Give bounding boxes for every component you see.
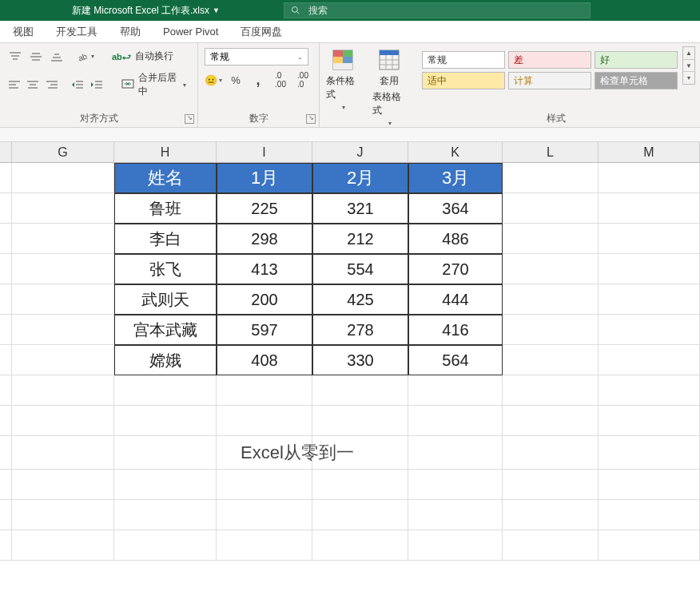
cell[interactable] — [217, 500, 312, 530]
cell[interactable] — [599, 254, 700, 284]
style-neutral[interactable]: 适中 — [422, 72, 505, 89]
style-calculation[interactable]: 计算 — [508, 72, 591, 89]
accounting-format-button[interactable]: 😐▾ — [205, 72, 222, 88]
cell[interactable]: 444 — [408, 284, 503, 315]
styles-scroll-down-icon[interactable]: ▼ — [683, 60, 694, 73]
cell[interactable] — [12, 436, 114, 470]
cell[interactable] — [599, 284, 700, 315]
cell-header-name[interactable]: 姓名 — [114, 163, 217, 193]
cell[interactable] — [0, 436, 12, 470]
cell[interactable] — [599, 436, 700, 470]
cell[interactable] — [114, 375, 217, 406]
cell[interactable] — [408, 500, 503, 530]
increase-indent-button[interactable] — [89, 77, 104, 93]
cell[interactable] — [12, 530, 114, 561]
cell[interactable] — [503, 406, 599, 436]
number-format-combo[interactable]: 常规 ⌄ — [205, 48, 308, 65]
cell[interactable]: 564 — [408, 345, 503, 375]
cell-header-mar[interactable]: 3月 — [408, 163, 503, 193]
styles-scroll-up-icon[interactable]: ▲ — [683, 47, 694, 60]
cell[interactable]: 298 — [217, 224, 312, 254]
search-box[interactable]: 搜索 — [284, 2, 591, 18]
alignment-dialog-launcher[interactable]: ↘ — [185, 114, 194, 124]
cell[interactable] — [312, 530, 408, 561]
corner-cell[interactable] — [0, 142, 12, 162]
cell[interactable]: 554 — [312, 254, 408, 284]
align-center-button[interactable] — [25, 77, 40, 93]
tab-developer[interactable]: 开发工具 — [56, 25, 97, 39]
cell[interactable] — [312, 500, 408, 530]
cell[interactable] — [408, 436, 503, 470]
cell[interactable]: 486 — [408, 224, 503, 254]
grid[interactable]: 姓名 1月 2月 3月 鲁班225321364李白298212486张飞4135… — [0, 163, 700, 561]
cell[interactable] — [599, 406, 700, 436]
watermark-cell[interactable]: Excel从零到一 — [217, 436, 312, 470]
cell[interactable] — [12, 284, 114, 315]
cell[interactable] — [312, 406, 408, 436]
cell[interactable] — [114, 500, 217, 530]
cell[interactable]: 364 — [408, 193, 503, 224]
comma-format-button[interactable]: , — [249, 72, 267, 88]
cell[interactable] — [503, 436, 599, 470]
tab-powerpivot[interactable]: Power Pivot — [163, 26, 218, 38]
style-normal[interactable]: 常规 — [422, 51, 505, 69]
cell[interactable] — [599, 470, 700, 500]
cell[interactable] — [503, 470, 599, 500]
cell[interactable] — [0, 375, 12, 406]
cell[interactable] — [599, 224, 700, 254]
align-right-button[interactable] — [44, 77, 59, 93]
cell[interactable] — [217, 470, 312, 500]
cell[interactable] — [408, 530, 503, 561]
cell[interactable] — [0, 315, 12, 345]
decrease-decimal-button[interactable]: .00.0 — [294, 72, 312, 88]
cell[interactable] — [0, 163, 12, 193]
cell[interactable] — [408, 470, 503, 500]
style-bad[interactable]: 差 — [508, 51, 591, 69]
number-dialog-launcher[interactable]: ↘ — [306, 114, 316, 124]
decrease-indent-button[interactable] — [70, 77, 86, 93]
cell[interactable] — [599, 315, 700, 345]
align-left-button[interactable] — [6, 77, 22, 93]
cell[interactable] — [12, 406, 114, 436]
cell[interactable] — [12, 500, 114, 530]
cell[interactable] — [599, 163, 700, 193]
format-as-table-button[interactable]: 套用 表格格式▾ — [372, 48, 406, 127]
cell[interactable] — [0, 500, 12, 530]
merge-center-button[interactable]: 合并后居中 ▾ — [117, 69, 191, 100]
cell[interactable] — [0, 406, 12, 436]
cell[interactable]: 张飞 — [114, 254, 217, 284]
cell[interactable] — [599, 345, 700, 375]
cell[interactable]: 413 — [217, 254, 312, 284]
cell-header-feb[interactable]: 2月 — [312, 163, 408, 193]
cell[interactable] — [503, 193, 599, 224]
cell[interactable] — [503, 254, 599, 284]
cell[interactable] — [0, 284, 12, 315]
cell[interactable] — [503, 315, 599, 345]
cell[interactable] — [217, 530, 312, 561]
cell[interactable] — [0, 224, 12, 254]
col-header-J[interactable]: J — [312, 142, 408, 162]
cell[interactable] — [0, 530, 12, 561]
formula-bar[interactable] — [0, 128, 700, 142]
cell[interactable]: 212 — [312, 224, 408, 254]
cell[interactable] — [114, 530, 217, 561]
tab-help[interactable]: 帮助 — [120, 25, 141, 39]
cell[interactable] — [503, 375, 599, 406]
cell[interactable] — [12, 375, 114, 406]
conditional-format-button[interactable]: 条件格式 ▾ — [326, 48, 360, 111]
wrap-text-button[interactable]: ab⮐ 自动换行 — [107, 48, 178, 65]
cell[interactable] — [408, 375, 503, 406]
cell[interactable]: 321 — [312, 193, 408, 224]
styles-scroll[interactable]: ▲ ▼ ▾ — [682, 46, 695, 85]
cell[interactable] — [217, 375, 312, 406]
cell[interactable] — [114, 436, 217, 470]
col-header-H[interactable]: H — [114, 142, 217, 162]
cell[interactable] — [503, 284, 599, 315]
cell[interactable] — [0, 345, 12, 375]
cell[interactable] — [0, 193, 12, 224]
cell[interactable] — [12, 470, 114, 500]
cell[interactable] — [599, 193, 700, 224]
col-header-I[interactable]: I — [217, 142, 312, 162]
cell[interactable]: 330 — [312, 345, 408, 375]
cell[interactable]: 425 — [312, 284, 408, 315]
